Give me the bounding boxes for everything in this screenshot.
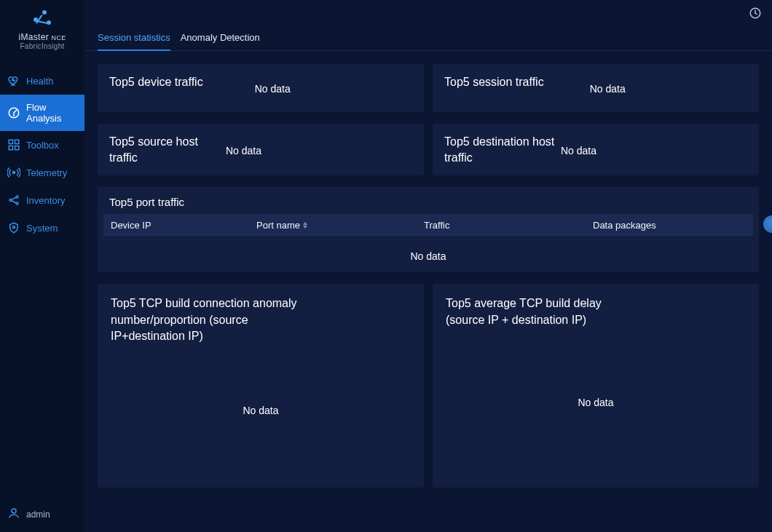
sort-icon xyxy=(303,221,309,230)
sidebar-item-label: Telemetry xyxy=(26,167,67,178)
tab-anomaly-detection[interactable]: Anomaly Detection xyxy=(181,26,260,50)
svg-point-9 xyxy=(13,226,15,229)
tab-label: Anomaly Detection xyxy=(181,32,260,43)
sidebar-item-label: Flow Analysis xyxy=(26,102,77,124)
sidebar-item-toolbox[interactable]: Toolbox xyxy=(0,131,84,159)
col-label: Device IP xyxy=(111,220,151,231)
col-port-name[interactable]: Port name xyxy=(249,218,417,232)
grid-icon xyxy=(7,138,20,151)
brand-main: iMaster xyxy=(19,32,49,42)
tab-session-statistics[interactable]: Session statistics xyxy=(98,26,170,50)
nav: Health Flow Analysis Toolbox Telemetry I xyxy=(0,67,84,498)
svg-point-8 xyxy=(16,202,18,205)
svg-point-5 xyxy=(13,172,15,174)
card-title: Top5 TCP build connection anomaly number… xyxy=(111,295,300,344)
card-session-traffic: Top5 session traffic No data xyxy=(433,64,759,112)
col-label: Traffic xyxy=(424,220,449,231)
card-title: Top5 session traffic xyxy=(444,74,590,90)
col-device-ip[interactable]: Device IP xyxy=(103,218,249,232)
card-title: Top5 average TCP build delay (source IP … xyxy=(446,295,635,328)
brand-sub: FabricInsight xyxy=(6,42,79,51)
card-tcp-anomaly: Top5 TCP build connection anomaly number… xyxy=(98,284,424,488)
col-data-packages[interactable]: Data packages xyxy=(586,218,753,232)
no-data-label: No data xyxy=(111,344,411,476)
radar-icon xyxy=(7,106,20,119)
sidebar-item-flow-analysis[interactable]: Flow Analysis xyxy=(0,95,84,131)
no-data-label: No data xyxy=(226,145,261,156)
user-label: admin xyxy=(26,509,50,520)
sidebar-item-health[interactable]: Health xyxy=(0,67,84,95)
card-title: Top5 device traffic xyxy=(109,74,255,90)
card-port-traffic: Top5 port traffic Device IP Port name Tr… xyxy=(98,187,759,272)
col-label: Port name xyxy=(256,220,300,231)
sidebar-item-system[interactable]: System xyxy=(0,214,84,242)
tab-label: Session statistics xyxy=(98,32,170,43)
brand-logo: iMaster NCE FabricInsight xyxy=(0,0,84,57)
svg-point-6 xyxy=(9,199,12,202)
user-icon xyxy=(7,507,20,522)
card-title: Top5 destination host traffic xyxy=(444,134,561,165)
sidebar-item-inventory[interactable]: Inventory xyxy=(0,186,84,214)
no-data-label: No data xyxy=(590,83,626,95)
card-device-traffic: Top5 device traffic No data xyxy=(98,64,424,112)
card-title: Top5 port traffic xyxy=(98,196,759,214)
no-data-label: No data xyxy=(98,237,759,266)
sidebar-item-label: System xyxy=(26,223,58,234)
svg-rect-1 xyxy=(9,140,12,144)
col-label: Data packages xyxy=(593,220,656,231)
sidebar-item-telemetry[interactable]: Telemetry xyxy=(0,159,84,186)
heart-icon xyxy=(7,74,20,87)
table-header: Device IP Port name Traffic Data package… xyxy=(103,214,753,237)
no-data-label: No data xyxy=(446,328,746,476)
sidebar: iMaster NCE FabricInsight Health Flow An… xyxy=(0,0,84,532)
share-icon xyxy=(7,194,20,207)
logo-icon xyxy=(32,10,52,26)
tabs: Session statistics Anomaly Detection xyxy=(84,26,772,51)
content: Top5 device traffic No data Top5 session… xyxy=(84,51,772,532)
sidebar-item-label: Health xyxy=(26,76,54,87)
svg-point-10 xyxy=(12,509,16,513)
main: Session statistics Anomaly Detection Top… xyxy=(84,0,772,532)
sidebar-item-label: Inventory xyxy=(26,195,65,206)
card-destination-host-traffic: Top5 destination host traffic No data xyxy=(433,124,759,175)
col-traffic[interactable]: Traffic xyxy=(417,218,586,232)
user-footer[interactable]: admin xyxy=(0,498,84,532)
no-data-label: No data xyxy=(255,83,291,95)
sidebar-item-label: Toolbox xyxy=(26,140,59,151)
card-tcp-delay: Top5 average TCP build delay (source IP … xyxy=(433,284,759,488)
signal-icon xyxy=(7,166,20,179)
shield-icon xyxy=(7,221,20,234)
clock-icon[interactable] xyxy=(749,7,762,20)
svg-point-7 xyxy=(16,196,18,198)
no-data-label: No data xyxy=(561,145,596,156)
svg-rect-4 xyxy=(15,146,19,150)
svg-rect-3 xyxy=(9,146,12,150)
brand-text: iMaster NCE FabricInsight xyxy=(6,32,79,51)
card-title: Top5 source host traffic xyxy=(109,134,226,165)
svg-rect-2 xyxy=(15,140,19,144)
card-source-host-traffic: Top5 source host traffic No data xyxy=(98,124,424,175)
brand-nce: NCE xyxy=(52,34,66,41)
topbar xyxy=(84,0,772,26)
